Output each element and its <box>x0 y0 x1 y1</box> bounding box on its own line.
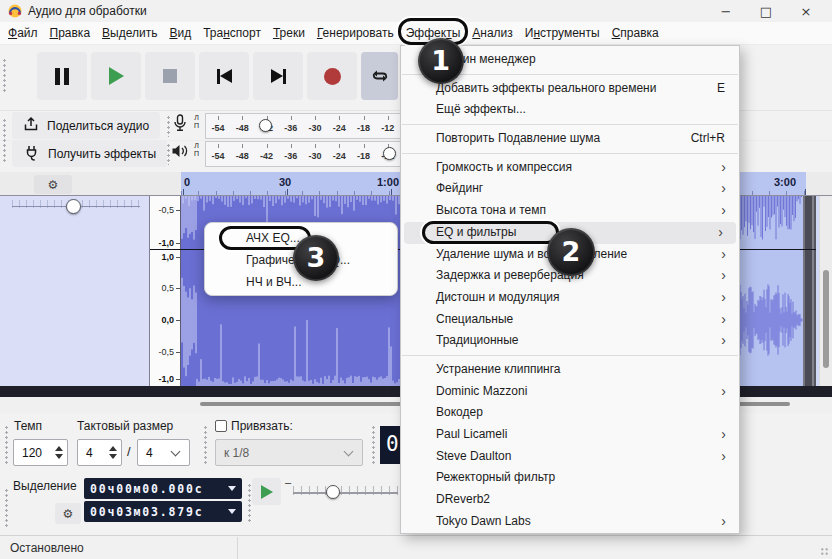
annotation-badge-step1: 1 <box>418 38 464 84</box>
share-audio-button[interactable]: Поделиться аудио <box>12 112 160 139</box>
toolbar-grip[interactable] <box>203 425 209 465</box>
play-icon <box>261 485 273 499</box>
pause-button[interactable] <box>37 52 87 100</box>
menu-item-steve-daulton[interactable]: Steve Daulton <box>401 446 739 468</box>
loop-button[interactable] <box>361 52 398 100</box>
menu-item-dominic-mazzoni[interactable]: Dominic Mazzoni <box>401 381 739 403</box>
menu-item-tokyo-dawn-labs[interactable]: Tokyo Dawn Labs <box>401 511 739 533</box>
menu-separator <box>402 153 738 154</box>
microphone-icon[interactable] <box>172 114 188 136</box>
get-effects-label: Получить эффекты <box>48 147 156 161</box>
menu-item-eq-filters[interactable]: EQ и фильтры 2 <box>404 222 736 244</box>
gear-icon: ⚙ <box>63 508 74 520</box>
menu-effects[interactable]: Эффекты 1 <box>400 22 467 44</box>
menu-select[interactable]: Выделить <box>96 22 163 44</box>
menu-file[interactable]: Файл <box>2 22 44 44</box>
menu-view[interactable]: Вид <box>163 22 197 44</box>
audio-position-display-partial[interactable]: 0 <box>380 426 401 464</box>
menu-item-special[interactable]: Специальные <box>401 309 739 331</box>
menu-help[interactable]: Справка <box>606 22 665 44</box>
record-button[interactable] <box>307 52 357 100</box>
menu-item-paul-licameli[interactable]: Paul Licameli <box>401 424 739 446</box>
menu-item-pitch-tempo[interactable]: Высота тона и темп <box>401 200 739 222</box>
dropdown-arrow-icon <box>228 486 236 491</box>
toolbar-grip[interactable] <box>4 488 10 528</box>
menu-transport[interactable]: Транспорт <box>197 22 267 44</box>
chevron-down-icon <box>171 446 181 456</box>
menu-analyze[interactable]: Анализ <box>466 22 519 44</box>
play-icon <box>109 67 124 85</box>
toolbar-grip[interactable] <box>371 425 377 465</box>
toolbar-grip[interactable] <box>4 425 10 465</box>
track-control-panel[interactable] <box>0 196 150 386</box>
menu-tracks[interactable]: Треки <box>267 22 311 44</box>
annotation-badge-step2: 2 <box>547 228 595 276</box>
playback-meter[interactable]: -54 -48 -42 -36 -30 -24 -18 -12 <box>205 141 401 167</box>
minimize-button[interactable]: − <box>706 0 746 22</box>
menu-item-vocoder[interactable]: Вокодер <box>401 402 739 424</box>
menu-item-clip-fix[interactable]: Устранение клиппинга <box>401 359 739 381</box>
menu-generate[interactable]: Генерировать <box>311 22 400 44</box>
clip-right-edge-handle[interactable] <box>803 196 816 386</box>
playback-level-slider[interactable] <box>383 147 396 160</box>
skip-to-end-button[interactable] <box>253 52 303 100</box>
get-effects-button[interactable]: Получить эффекты <box>12 140 167 167</box>
skip-to-start-button[interactable] <box>199 52 249 100</box>
resize-grip[interactable] <box>820 547 829 556</box>
selection-label: Выделение <box>13 479 77 493</box>
time-signature-spinner[interactable] <box>105 446 121 459</box>
speaker-icon[interactable] <box>171 143 189 163</box>
timeline-options-button[interactable]: ⚙ <box>34 175 72 194</box>
timeline-mark: 1:00 <box>377 176 399 188</box>
selection-options-button[interactable]: ⚙ <box>55 503 81 524</box>
skip-to-start-icon <box>217 69 232 84</box>
effects-menu: Плагин менеджер Добавить эффекты реально… <box>400 45 740 534</box>
time-signature-upper-input[interactable]: 4 <box>77 439 122 466</box>
audacity-logo-icon <box>8 4 22 18</box>
menu-item-distortion-modulation[interactable]: Дистошн и модуляция <box>401 287 739 309</box>
stop-button[interactable] <box>145 52 195 100</box>
record-meter[interactable]: -54 -48 -42 -36 -30 -24 -18 -12 <box>205 113 401 139</box>
record-level-slider[interactable] <box>259 119 272 132</box>
speed-slider[interactable] <box>326 485 340 499</box>
menu-item-notch-filter[interactable]: Режекторный фильтр <box>401 467 739 489</box>
annotation-badge-step3: 3 <box>293 235 339 281</box>
share-audio-label: Поделиться аудио <box>47 119 149 133</box>
vertical-scale-ruler[interactable]: -0,5 -1,0 1,0 0,5 0,0 -0,5 -1,0 <box>150 196 181 386</box>
play-button[interactable] <box>91 52 141 100</box>
time-signature-label: Тактовый размер <box>77 419 173 433</box>
snap-checkbox[interactable] <box>215 420 227 432</box>
play-at-speed-button[interactable] <box>252 478 281 505</box>
track-gain-slider[interactable] <box>66 199 81 214</box>
selection-start-field[interactable]: 00ч00м00.000с <box>84 478 242 499</box>
vertical-scrollbar[interactable] <box>819 196 832 386</box>
close-button[interactable]: × <box>786 0 826 22</box>
menu-edit[interactable]: Правка <box>44 22 97 44</box>
submenu-item-filter-curve-eq[interactable]: АЧХ EQ... 3 <box>205 227 397 249</box>
menu-tools[interactable]: Инструменты <box>519 22 606 44</box>
menu-item-repeat-noise-reduction[interactable]: Повторить Подавление шумаCtrl+R <box>401 128 739 150</box>
scale-label: -1,0 <box>158 238 174 248</box>
snap-dropdown[interactable]: к 1/8 <box>215 439 363 466</box>
menu-item-legacy[interactable]: Традиционные <box>401 330 739 352</box>
tempo-input[interactable]: 120 <box>13 439 68 466</box>
menu-item-dreverb2[interactable]: DReverb2 <box>401 489 739 511</box>
time-signature-lower-dropdown[interactable]: 4 <box>137 439 190 466</box>
tempo-spinner[interactable] <box>51 446 67 459</box>
selection-end-field[interactable]: 00ч03м03.879с <box>84 501 242 522</box>
status-divider <box>237 537 238 559</box>
playback-meter-channels: ЛП <box>194 142 199 157</box>
waveform-unselected-region[interactable] <box>740 196 803 386</box>
scale-label: -0,5 <box>158 205 174 215</box>
timeline-mark: 0 <box>184 176 190 188</box>
record-icon <box>324 68 341 85</box>
maximize-button[interactable]: □ <box>746 0 786 22</box>
menu-item-fading[interactable]: Фейдинг <box>401 178 739 200</box>
loop-icon <box>370 67 390 85</box>
menu-item-more-effects[interactable]: Ещё эффекты... <box>401 99 739 121</box>
scale-label: -1,0 <box>158 374 174 384</box>
toolbar-grip[interactable] <box>2 118 8 162</box>
toolbar-grip[interactable] <box>2 58 8 94</box>
menu-item-volume-compression[interactable]: Громкость и компрессия <box>401 157 739 179</box>
vertical-scrollbar-thumb[interactable] <box>823 270 829 368</box>
